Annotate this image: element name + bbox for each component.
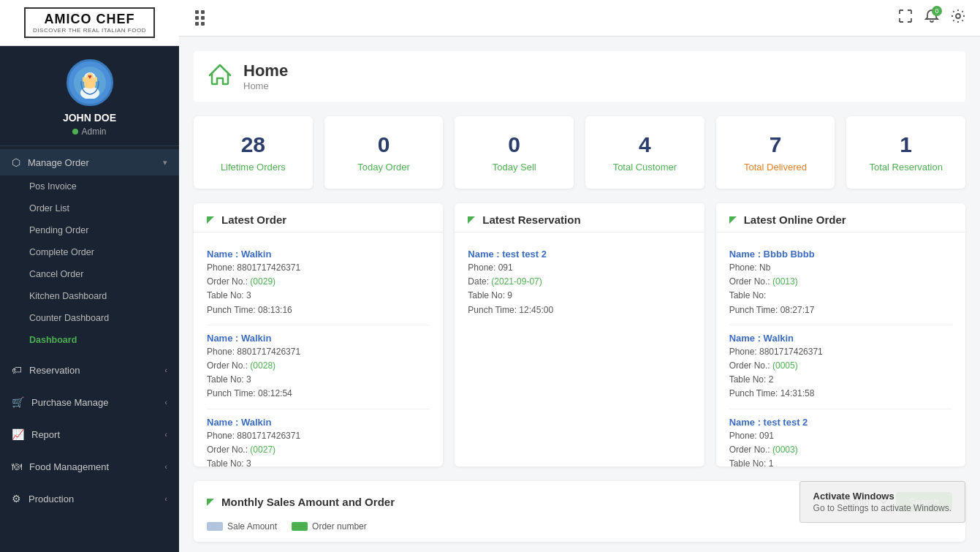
reservation-icon: 🏷 — [12, 364, 22, 376]
latest-reservation-title: Latest Reservation — [482, 213, 580, 226]
home-icon — [207, 62, 233, 91]
nav-pending-order[interactable]: Pending Order — [0, 219, 179, 241]
latest-order-item-1: Name : Walkin Phone: 8801717426371 Order… — [207, 241, 430, 325]
topbar-left — [194, 9, 206, 27]
food-management-arrow: ‹ — [164, 462, 167, 471]
total-delivered-label: Total Delivered — [728, 162, 824, 173]
sidebar-user: ♥ JOHN DOE Admin — [0, 46, 179, 146]
reservation-header-triangle — [468, 216, 475, 224]
latest-order-item-2: Name : Walkin Phone: 8801717426371 Order… — [207, 325, 430, 409]
menu-grid-icon[interactable] — [194, 9, 206, 27]
purchase-icon: 🛒 — [12, 396, 24, 408]
avatar: ♥ — [67, 59, 113, 106]
reservation-arrow: ‹ — [164, 366, 167, 374]
logo-area: AMICO CHEF DISCOVER THE REAL ITALIAN FOO… — [0, 0, 179, 46]
nav-food-management-section: 🍽 Food Management ‹ — [0, 450, 179, 483]
order-name-1: Name : Walkin — [207, 249, 430, 260]
latest-order-item-3: Name : Walkin Phone: 8801717426371 Order… — [207, 409, 430, 467]
nav-report[interactable]: 📈 Report ‹ — [0, 421, 179, 447]
logo-box: AMICO CHEF DISCOVER THE REAL ITALIAN FOO… — [24, 7, 155, 38]
latest-online-order-header: Latest Online Order — [716, 203, 965, 232]
reservation-detail-1: Phone: 091 Date: (2021-09-07) Table No: … — [468, 261, 691, 317]
purchase-arrow: ‹ — [164, 398, 167, 407]
settings-button[interactable] — [951, 9, 965, 27]
monthly-title-row: Monthly Sales Amount and Order — [207, 496, 395, 508]
svg-point-7 — [956, 14, 960, 18]
page-header: Home Home — [194, 51, 965, 102]
nav-production[interactable]: ⚙ Production ‹ — [0, 485, 179, 512]
stat-total-reservation: 1 Total Reservation — [846, 116, 965, 189]
reservation-item-1: Name : test test 2 Phone: 091 Date: (202… — [468, 241, 691, 325]
online-order-header-triangle — [729, 216, 737, 224]
nav-manage-order[interactable]: ⬡ Manage Order ▾ — [0, 149, 179, 175]
latest-order-title: Latest Order — [221, 213, 286, 226]
online-order-detail-3: Phone: 091 Order No.: (0003) Table No: 1 — [729, 429, 952, 467]
stat-today-order: 0 Today Order — [324, 116, 444, 189]
online-order-name-3: Name : test test 2 — [729, 417, 952, 428]
total-reservation-number: 1 — [858, 132, 954, 157]
today-sell-label: Today Sell — [466, 162, 562, 173]
notification-button[interactable]: 0 — [924, 9, 939, 27]
user-role: Admin — [72, 126, 106, 137]
nav-counter-dashboard[interactable]: Counter Dashboard — [0, 307, 179, 329]
online-order-item-3: Name : test test 2 Phone: 091 Order No.:… — [729, 409, 952, 467]
main-content: 0 Home Home — [179, 0, 980, 552]
svg-rect-5 — [94, 77, 97, 82]
latest-online-order-body: Name : Bbbb Bbbb Phone: Nb Order No.: (0… — [716, 232, 965, 466]
nav-purchase-section: 🛒 Purchase Manage ‹ — [0, 386, 179, 418]
legend-order-color — [292, 522, 308, 531]
food-icon: 🍽 — [12, 461, 22, 472]
latest-online-order-title: Latest Online Order — [744, 213, 846, 226]
latest-order-body: Name : Walkin Phone: 8801717426371 Order… — [194, 232, 443, 466]
header-triangle-icon — [207, 216, 214, 224]
topbar-right: 0 — [898, 9, 965, 27]
nav-reservation-section: 🏷 Reservation ‹ — [0, 354, 179, 386]
nav-reservation[interactable]: 🏷 Reservation ‹ — [0, 357, 179, 383]
report-icon: 📈 — [12, 428, 24, 440]
today-order-number: 0 — [336, 132, 432, 157]
order-name-3: Name : Walkin — [207, 417, 430, 428]
order-detail-3: Phone: 8801717426371 Order No.: (0027) T… — [207, 429, 430, 467]
online-order-name-1: Name : Bbbb Bbbb — [729, 249, 952, 260]
production-arrow: ‹ — [164, 494, 167, 503]
report-arrow: ‹ — [164, 430, 167, 439]
content-area: Home Home 28 Lifetime Orders 0 Today Ord… — [179, 37, 980, 552]
latest-online-order-card: Latest Online Order Name : Bbbb Bbbb Pho… — [716, 203, 965, 466]
nav-food-management[interactable]: 🍽 Food Management ‹ — [0, 453, 179, 480]
monthly-triangle-icon — [207, 499, 214, 506]
total-delivered-number: 7 — [728, 132, 824, 157]
today-order-label: Today Order — [336, 162, 432, 173]
online-order-detail-2: Phone: 8801717426371 Order No.: (0005) T… — [729, 345, 952, 401]
nav-dashboard[interactable]: Dashboard — [0, 329, 179, 351]
fullscreen-button[interactable] — [898, 9, 913, 27]
activate-sub: Go to Settings to activate Windows. — [813, 503, 951, 513]
manage-order-arrow: ▾ — [163, 158, 167, 167]
total-customer-label: Total Customer — [597, 162, 693, 173]
stats-row: 28 Lifetime Orders 0 Today Order 0 Today… — [194, 116, 965, 189]
legend-sale-label: Sale Amount — [227, 521, 277, 532]
sidebar: AMICO CHEF DISCOVER THE REAL ITALIAN FOO… — [0, 0, 179, 552]
activate-title: Activate Windows — [813, 491, 951, 502]
reservation-name-1: Name : test test 2 — [468, 249, 691, 260]
legend-sale: Sale Amount — [207, 521, 277, 532]
svg-text:♥: ♥ — [88, 73, 91, 80]
online-indicator — [72, 129, 78, 135]
stat-total-customer: 4 Total Customer — [585, 116, 704, 189]
monthly-title: Monthly Sales Amount and Order — [221, 496, 395, 508]
nav-pos-invoice[interactable]: Pos Invoice — [0, 175, 179, 197]
manage-order-icon: ⬡ — [12, 156, 20, 168]
nav-report-section: 📈 Report ‹ — [0, 418, 179, 450]
nav-kitchen-dashboard[interactable]: Kitchen Dashboard — [0, 285, 179, 307]
online-order-detail-1: Phone: Nb Order No.: (0013) Table No: Pu… — [729, 261, 952, 317]
logo-title: AMICO CHEF — [33, 12, 146, 27]
online-order-item-1: Name : Bbbb Bbbb Phone: Nb Order No.: (0… — [729, 241, 952, 325]
latest-reservation-card: Latest Reservation Name : test test 2 Ph… — [455, 203, 704, 466]
nav-purchase-manage[interactable]: 🛒 Purchase Manage ‹ — [0, 389, 179, 415]
order-detail-2: Phone: 8801717426371 Order No.: (0028) T… — [207, 345, 430, 401]
legend-order: Order number — [292, 521, 367, 532]
nav-order-list[interactable]: Order List — [0, 197, 179, 219]
latest-order-card: Latest Order Name : Walkin Phone: 880171… — [194, 203, 443, 466]
nav-cancel-order[interactable]: Cancel Order — [0, 263, 179, 285]
legend-order-label: Order number — [312, 521, 367, 532]
nav-complete-order[interactable]: Complete Order — [0, 241, 179, 263]
